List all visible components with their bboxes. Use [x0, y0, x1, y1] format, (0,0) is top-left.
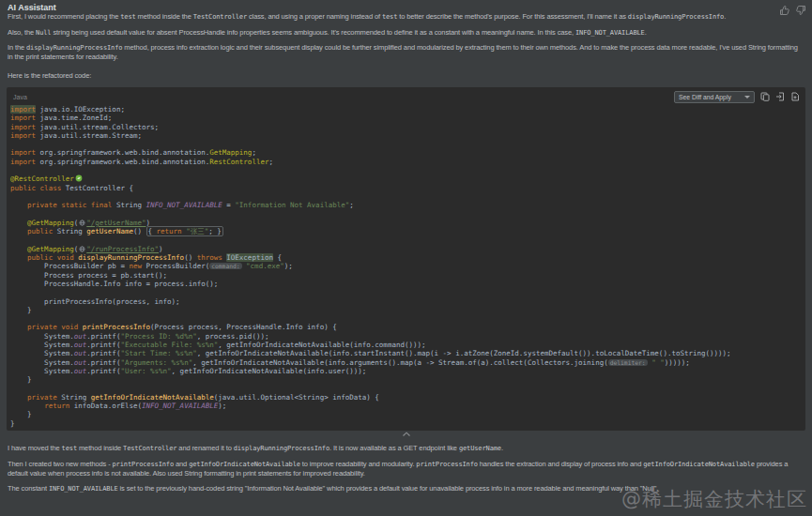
- insert-at-caret-icon[interactable]: [774, 92, 785, 102]
- code-toolbar: Java See Diff and Apply: [7, 87, 805, 103]
- code-line: System.out.printf("Executable File: %s%n…: [10, 341, 802, 349]
- see-diff-and-apply-label: See Diff and Apply: [679, 94, 731, 100]
- inline-code: INFO_NOT_AVAILABLE: [49, 485, 118, 493]
- inline-code: getInfoOrIndicateNotAvailable: [189, 461, 300, 468]
- inline-code: Null: [36, 29, 51, 37]
- code-line: private void printProcessInfo(Process pr…: [10, 323, 802, 331]
- code-line: import java.io.IOException;: [10, 105, 802, 114]
- code-line: [10, 314, 802, 323]
- inline-code: getUserName: [459, 445, 501, 452]
- panel-title: AI Assistant: [8, 3, 56, 12]
- copy-icon[interactable]: [759, 92, 770, 102]
- code-line: ProcessHandle.Info info = process.info()…: [10, 280, 802, 288]
- code-line: [10, 235, 802, 244]
- code-line: [10, 210, 802, 219]
- code-line: import java.util.stream.Stream;: [10, 131, 802, 140]
- code-line: }: [10, 306, 802, 314]
- chevron-up-icon: [402, 431, 411, 438]
- inline-code: displayRunningProcessInfo: [234, 445, 329, 452]
- inline-code: printProcessInfo: [416, 461, 478, 468]
- assistant-paragraph: The constant INFO_NOT_AVAILABLE is set t…: [8, 484, 804, 493]
- inline-code: printProcessInfo: [113, 461, 175, 468]
- assistant-paragraph: Here is the refactored code:: [8, 71, 804, 81]
- code-line: public void displayRunningProcessInfo() …: [10, 253, 802, 262]
- inline-code: displayRunningProcessInfo: [26, 44, 122, 52]
- code-line: }: [10, 375, 802, 384]
- inline-code: test: [62, 445, 77, 452]
- folded-region-highlight: { return "张三"; }: [146, 226, 223, 236]
- assistant-paragraph: Also, the Null string being used default…: [8, 28, 804, 38]
- code-language-label: Java: [13, 94, 27, 100]
- code-line: [10, 288, 802, 296]
- code-line: [10, 140, 802, 148]
- collapse-code-button[interactable]: [400, 431, 413, 439]
- endpoint-url-link[interactable]: "/getUserName": [86, 219, 146, 227]
- code-line: }: [10, 410, 802, 418]
- code-line: System.out.printf("Start Time: %s%n", ge…: [10, 349, 802, 357]
- code-line: printProcessInfo(process, info);: [10, 297, 802, 306]
- code-line: @RestController: [10, 175, 802, 183]
- assistant-paragraph: First, I would recommend placing the tes…: [8, 12, 804, 22]
- code-line: System.out.printf("Process ID: %d%n", pr…: [10, 332, 802, 341]
- code-line: import org.springframework.web.bind.anno…: [10, 158, 802, 166]
- chevron-down-icon: [744, 96, 750, 99]
- inline-code: INFO_NOT_AVAILABLE: [575, 29, 645, 37]
- code-line: [10, 166, 802, 175]
- code-line: System.out.printf("User: %s%n", getInfoO…: [10, 367, 802, 375]
- assistant-paragraph: I have moved the test method inside Test…: [8, 444, 804, 453]
- inline-code: TestController: [193, 13, 247, 21]
- inline-code: test: [120, 13, 135, 21]
- code-line: private static final String INFO_NOT_AVA…: [10, 201, 802, 209]
- code-line: @GetMapping("/runProcessInfo"): [10, 245, 802, 253]
- code-line: private String getInfoOrIndicateNotAvail…: [10, 393, 802, 402]
- create-file-icon[interactable]: [789, 92, 800, 102]
- code-line: import java.util.stream.Collectors;: [10, 123, 802, 131]
- assistant-paragraph: Then I created two new methods - printPr…: [8, 460, 804, 478]
- endpoint-url-link[interactable]: "/runProcessInfo": [86, 245, 159, 253]
- code-line: [10, 192, 802, 201]
- code-line: public String getUserName() { return "张三…: [10, 227, 802, 235]
- code-line: import java.time.ZoneId;: [10, 114, 802, 122]
- see-diff-and-apply-dropdown[interactable]: See Diff and Apply: [674, 91, 755, 103]
- code-line: ProcessBuilder pb = new ProcessBuilder(c…: [10, 262, 802, 270]
- code-editor-content: import java.io.IOException;import java.t…: [7, 103, 805, 430]
- code-line: public class TestController {: [10, 184, 802, 192]
- code-line: import org.springframework.web.bind.anno…: [10, 148, 802, 157]
- code-line: }: [10, 419, 802, 428]
- code-block: Java See Diff and Apply: [7, 87, 805, 431]
- code-line: [10, 385, 802, 393]
- inline-code: TestController: [123, 445, 176, 452]
- assistant-paragraph: In the displayRunningProcessInfo method,…: [8, 43, 804, 62]
- code-line: Process process = pb.start();: [10, 271, 802, 280]
- inline-code: getInfoOrIndicateNotAvailable: [643, 461, 755, 468]
- code-line: return infoData.orElse(INFO_NOT_AVAILABL…: [10, 402, 802, 410]
- inline-code: test: [382, 13, 397, 21]
- code-line: @GetMapping("/getUserName"): [10, 219, 802, 227]
- inline-code: displayRunningProcessInfo: [628, 13, 724, 21]
- code-line: System.out.printf("Arguments: %s%n", get…: [10, 358, 802, 367]
